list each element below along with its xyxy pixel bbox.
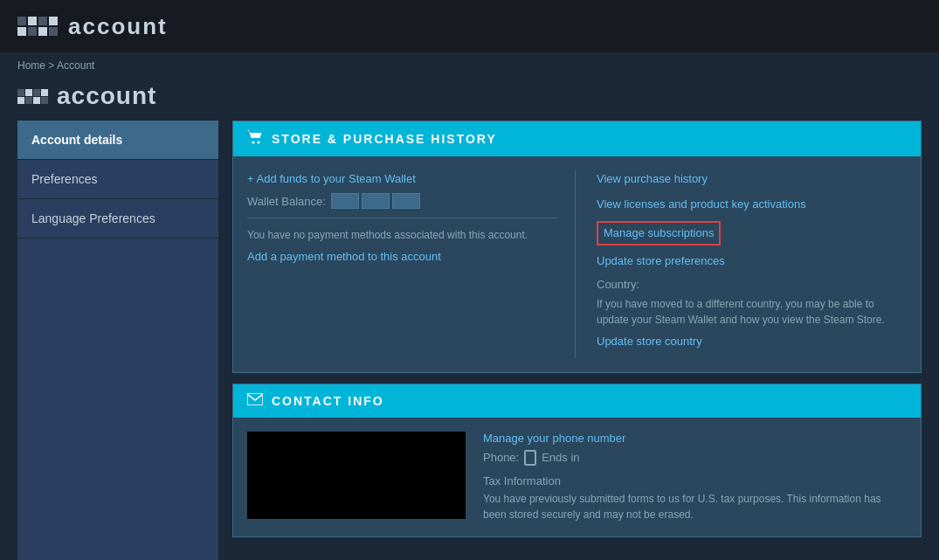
- wallet-label-text: Wallet Balance:: [247, 195, 326, 208]
- svg-rect-2: [247, 393, 263, 405]
- add-payment-link[interactable]: Add a payment method to this account: [247, 250, 557, 263]
- page-title-logo: account: [68, 13, 168, 40]
- store-section-header: STORE & PURCHASE HISTORY: [233, 121, 921, 156]
- store-right: View purchase history View licenses and …: [593, 170, 907, 358]
- page-title: account: [57, 82, 156, 110]
- view-licenses-link[interactable]: View licenses and product key activation…: [597, 196, 907, 214]
- breadcrumb-home[interactable]: Home: [17, 59, 45, 72]
- page-title-icon: [17, 89, 48, 104]
- manage-phone-link[interactable]: Manage your phone number: [483, 432, 907, 445]
- main-layout: Account details Preferences Language Pre…: [0, 121, 939, 560]
- divider: [247, 218, 557, 218]
- store-section: STORE & PURCHASE HISTORY + Add funds to …: [232, 121, 922, 373]
- wallet-block-1: [331, 193, 359, 209]
- tax-title: Tax Information: [483, 474, 907, 487]
- page-title-bar: account: [0, 79, 939, 121]
- store-section-title: STORE & PURCHASE HISTORY: [272, 132, 497, 146]
- add-funds-link[interactable]: + Add funds to your Steam Wallet: [247, 172, 416, 185]
- wallet-blocks: [331, 193, 420, 209]
- contact-section-header: CONTACT INFO: [233, 384, 921, 418]
- tax-desc: You have previously submitted forms to u…: [483, 491, 907, 522]
- contact-section-title: CONTACT INFO: [272, 394, 384, 408]
- wallet-block-3: [392, 193, 420, 209]
- country-desc: If you have moved to a different country…: [597, 296, 907, 328]
- content-area: STORE & PURCHASE HISTORY + Add funds to …: [232, 121, 922, 560]
- contact-section: CONTACT INFO Manage your phone number Ph…: [232, 384, 922, 537]
- sidebar-item-account-details[interactable]: Account details: [17, 121, 218, 160]
- breadcrumb-current: Account: [57, 59, 94, 72]
- phone-row: Phone: Ends in: [483, 450, 907, 466]
- cart-icon: [247, 130, 263, 148]
- breadcrumb: Home > Account: [0, 52, 939, 79]
- contact-right: Manage your phone number Phone: Ends in …: [483, 432, 907, 522]
- envelope-icon: [247, 393, 263, 409]
- payment-note: You have no payment methods associated w…: [247, 227, 557, 243]
- logo-icon: [17, 17, 58, 36]
- store-left: + Add funds to your Steam Wallet Wallet …: [247, 170, 576, 358]
- phone-icon: [524, 450, 536, 466]
- phone-ends-label: Ends in: [542, 451, 579, 464]
- sidebar-item-language-preferences[interactable]: Language Preferences: [17, 199, 218, 239]
- contact-body: Manage your phone number Phone: Ends in …: [233, 418, 921, 536]
- country-label: Country:: [597, 278, 907, 291]
- sidebar: Account details Preferences Language Pre…: [17, 121, 218, 560]
- store-section-body: + Add funds to your Steam Wallet Wallet …: [233, 156, 921, 372]
- view-history-link[interactable]: View purchase history: [597, 170, 907, 189]
- avatar-image: [247, 432, 466, 519]
- update-prefs-link[interactable]: Update store preferences: [597, 252, 907, 271]
- svg-point-0: [252, 142, 255, 144]
- sidebar-item-preferences[interactable]: Preferences: [17, 160, 218, 199]
- wallet-balance-row: Wallet Balance:: [247, 193, 557, 209]
- wallet-block-2: [362, 193, 390, 209]
- top-bar: account: [0, 0, 939, 52]
- manage-subs-link[interactable]: Manage subscriptions: [597, 221, 721, 246]
- phone-label: Phone:: [483, 451, 519, 464]
- steam-logo: account: [17, 13, 168, 40]
- update-country-link[interactable]: Update store country: [597, 333, 907, 351]
- breadcrumb-sep: >: [48, 59, 54, 72]
- svg-point-1: [258, 142, 260, 144]
